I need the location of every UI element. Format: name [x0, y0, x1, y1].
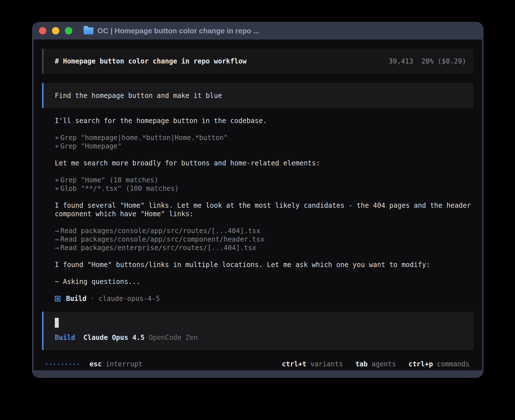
tool-call: →Read packages/enterprise/src/routes/[..…	[55, 244, 473, 252]
session-header: # Homepage button color change in repo w…	[42, 49, 473, 74]
read-arrow-icon: →	[55, 227, 60, 235]
input-status-row: Build Claude Opus 4.5 OpenCode Zen	[55, 333, 466, 342]
tool-marker-icon: ∗	[55, 176, 60, 184]
zoom-button[interactable]	[65, 27, 72, 34]
model-id: claude-opus-4-5	[99, 295, 160, 303]
esc-key-label: interrupt	[106, 360, 142, 368]
agent-status-row: Build · claude-opus-4-5	[55, 294, 473, 303]
session-title: # Homepage button color change in repo w…	[55, 57, 246, 65]
input-agent-name[interactable]: Build	[55, 333, 75, 342]
tool-call-group: ∗Grep "homepage|home.*button|Home.*butto…	[55, 134, 473, 150]
assistant-text: Let me search more broadly for buttons a…	[55, 159, 473, 167]
keybind-label: commands	[437, 360, 470, 368]
user-message: Find the homepage button and make it blu…	[42, 83, 473, 108]
keybind-key: ctrl+p	[409, 360, 433, 368]
tool-marker-icon: ∗	[55, 184, 60, 193]
terminal-window: OC | Homepage button color change in rep…	[32, 22, 483, 378]
session-stats: 39,41320%($0.29)	[389, 57, 466, 65]
status-bar-left: esc interrupt	[46, 360, 142, 368]
assistant-text: I'll search for the homepage button in t…	[55, 117, 473, 125]
tool-call: →Read packages/console/app/src/routes/[.…	[55, 227, 473, 235]
input-model-name[interactable]: Claude Opus 4.5	[83, 333, 145, 342]
tool-call-text: Grep "Home" (18 matches)	[60, 176, 158, 184]
prompt-input[interactable]: Build Claude Opus 4.5 OpenCode Zen	[42, 312, 473, 350]
tool-call-text: Read packages/console/app/src/component/…	[60, 235, 264, 243]
read-arrow-icon: →	[55, 235, 60, 244]
token-count: 39,413	[389, 57, 413, 65]
text-cursor	[55, 318, 59, 328]
minimize-button[interactable]	[52, 27, 59, 34]
keybind-key: ctrl+t	[282, 360, 306, 368]
input-provider-name: OpenCode Zen	[149, 333, 198, 342]
title-bar[interactable]: OC | Homepage button color change in rep…	[32, 22, 483, 40]
context-percent: 20%	[421, 57, 433, 65]
tool-call-text: Glob "**/*.tsx" (100 matches)	[60, 185, 179, 193]
keybind-hint: ctrl+p commands	[409, 360, 470, 368]
tool-marker-icon: ∗	[55, 134, 60, 142]
tool-call: ∗Grep "Homepage"	[55, 142, 473, 150]
tool-call-group: →Read packages/console/app/src/routes/[.…	[55, 227, 473, 252]
window-title: OC | Homepage button color change in rep…	[97, 27, 259, 35]
tool-call-text: Read packages/enterprise/src/routes/[...…	[60, 244, 256, 252]
tool-call: →Read packages/console/app/src/component…	[55, 235, 473, 244]
tool-call-text: Grep "Homepage"	[60, 142, 122, 150]
tool-call: ∗Grep "homepage|home.*button|Home.*butto…	[55, 134, 473, 142]
close-button[interactable]	[39, 27, 46, 34]
status-bar-right: ctrl+t variants tab agents ctrl+p comman…	[269, 360, 470, 368]
tool-call-text: Read packages/console/app/src/routes/[..…	[60, 227, 260, 235]
agent-square-icon	[55, 296, 60, 301]
tool-marker-icon: ∗	[55, 142, 60, 150]
tool-call-text: Grep "homepage|home.*button|Home.*button…	[60, 134, 228, 142]
terminal-content: # Homepage button color change in repo w…	[34, 40, 482, 370]
session-cost: ($0.29)	[438, 57, 466, 65]
folder-icon[interactable]	[84, 27, 93, 34]
keybind-hint: ctrl+t variants	[282, 360, 343, 368]
read-arrow-icon: →	[55, 244, 60, 252]
keybind-label: agents	[372, 360, 396, 368]
traffic-lights	[39, 27, 72, 34]
assistant-text: I found "Home" buttons/links in multiple…	[55, 261, 473, 269]
model-name: · claude-opus-4-5	[90, 294, 160, 303]
status-bar: esc interrupt ctrl+t variants tab agents…	[42, 358, 473, 370]
assistant-response: I'll search for the homepage button in t…	[55, 117, 473, 303]
tool-call: ∗Glob "**/*.tsx" (100 matches)	[55, 184, 473, 193]
keybind-hint: tab agents	[355, 360, 396, 368]
esc-key-hint: esc	[90, 360, 102, 368]
tool-call-group: ∗Grep "Home" (18 matches) ∗Glob "**/*.ts…	[55, 176, 473, 193]
assistant-working-text: ~ Asking questions...	[55, 277, 473, 286]
assistant-text: I found several "Home" links. Let me loo…	[55, 201, 473, 218]
separator-dot: ·	[90, 295, 94, 303]
keybind-label: variants	[310, 360, 343, 368]
tool-call: ∗Grep "Home" (18 matches)	[55, 176, 473, 184]
user-message-text: Find the homepage button and make it blu…	[55, 91, 222, 100]
agent-name: Build	[66, 294, 86, 303]
keybind-key: tab	[355, 360, 368, 368]
spinner-dots-icon	[46, 364, 79, 365]
